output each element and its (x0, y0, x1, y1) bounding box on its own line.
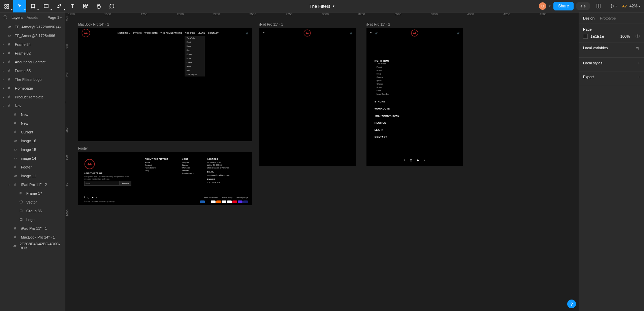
text-tool-button[interactable] (66, 0, 79, 12)
zoom-level[interactable]: 42% ▾ (630, 4, 640, 8)
frame-label[interactable]: MacBook Pro 14" - 1 (78, 23, 109, 26)
color-swatch[interactable] (583, 34, 588, 39)
mobile-menu-subitem[interactable]: Ignite (375, 79, 420, 82)
layer-row[interactable]: ▸#The Fittest Logo (0, 75, 65, 84)
mobile-menu-category[interactable]: CONTACT (375, 136, 420, 138)
mobile-menu-subitem[interactable]: Liver King Bar (375, 92, 420, 96)
layer-row[interactable]: #Frame 17 (0, 189, 65, 198)
artboard-macbook[interactable]: NUTRITIONSTACKSWORKOUTSTHE FOUNDATIONSRE… (78, 28, 252, 141)
footer-link[interactable]: Shop All (182, 161, 194, 163)
search-icon[interactable] (3, 15, 9, 20)
dropdown-item[interactable]: The Whole (185, 36, 205, 40)
mobile-menu-subitem[interactable]: Rest (375, 89, 420, 92)
dropdown-item[interactable]: Liver King Bar (185, 72, 205, 76)
layer-row[interactable]: ⊡Group 36 (0, 207, 65, 215)
help-button[interactable]: ? (567, 300, 576, 308)
dropdown-item[interactable]: Queen (185, 52, 205, 56)
layer-row[interactable]: ⊡Logo (0, 215, 65, 224)
expand-caret-icon[interactable]: ▸ (3, 78, 6, 81)
facebook-icon[interactable]: f (84, 196, 85, 198)
nav-item[interactable]: THE FOUNDATIONS (160, 32, 182, 34)
cart-icon[interactable]: 🛒 (246, 32, 249, 34)
layers-tab[interactable]: Layers (9, 15, 25, 20)
cart-icon[interactable]: 🛒 (350, 32, 353, 34)
nav-item[interactable]: STACKS (133, 32, 142, 34)
footer-link[interactable]: Contact (145, 164, 168, 166)
mobile-menu-category[interactable]: NUTRITION (375, 60, 420, 62)
footer-link[interactable]: United States of America (207, 167, 229, 169)
frame-label[interactable]: iPad Pro 11" - 2 (366, 23, 390, 26)
cart-icon[interactable]: 🛒 (457, 32, 460, 34)
dropdown-item[interactable]: King (185, 48, 205, 52)
mobile-menu-category[interactable]: WORKOUTS (375, 107, 420, 110)
nav-item[interactable]: RECIPES (185, 32, 195, 34)
dropdown-item[interactable]: Armor (185, 64, 205, 68)
dropdown-item[interactable]: Feast (185, 40, 205, 44)
missing-fonts-indicator[interactable]: A? (622, 4, 626, 8)
footer-link[interactable]: About (145, 161, 168, 163)
expand-caret-icon[interactable]: ▸ (3, 52, 6, 55)
footer-link[interactable]: Your Account (182, 172, 194, 174)
expand-caret-icon[interactable]: ▸ (3, 61, 6, 64)
move-tool-button[interactable]: ▾ (13, 0, 26, 12)
pen-tool-button[interactable]: ▾ (53, 0, 66, 12)
mobile-menu-category[interactable]: STACKS (375, 100, 420, 103)
mobile-menu-subitem[interactable]: Feast (375, 65, 420, 69)
layer-row[interactable]: ▱image 15 (0, 145, 65, 154)
document-title-area[interactable]: The Fittest ▾ (310, 4, 334, 9)
terms-link[interactable]: Terms & Conditions (204, 196, 218, 198)
nav-item[interactable]: NUTRITION (118, 32, 130, 34)
dropdown-item[interactable]: Honor (185, 44, 205, 48)
mobile-menu-category[interactable]: LEARN (375, 129, 420, 131)
email-input[interactable] (84, 181, 119, 186)
present-button[interactable]: ▾ (607, 0, 619, 12)
facebook-icon[interactable]: f (404, 159, 405, 162)
subscribe-button[interactable]: Subscribe (119, 181, 131, 186)
mobile-menu-subitem[interactable]: Charge (375, 82, 420, 86)
expand-caret-icon[interactable]: ▸ (3, 96, 6, 99)
plus-icon[interactable]: + (638, 61, 640, 65)
layer-row[interactable]: #iPad Pro 11" - 1 (0, 224, 65, 233)
settings-icon[interactable] (635, 46, 640, 51)
artboard-ipad-2[interactable]: ☰ 🛒 🛒 NUTRITIONThe WholeFeastHonorKingQu… (366, 28, 463, 166)
footer-link[interactable]: Foundations (145, 167, 168, 169)
layer-row[interactable]: ▸#Frame 84 (0, 40, 65, 49)
export-section[interactable]: Export+ (579, 71, 644, 85)
tiktok-icon[interactable]: ♪ (424, 159, 425, 162)
youtube-icon[interactable]: ▶ (92, 196, 94, 198)
tiktok-icon[interactable]: ♪ (96, 196, 97, 198)
mobile-menu-subitem[interactable]: Armor (375, 86, 420, 89)
expand-caret-icon[interactable]: ▸ (3, 69, 6, 72)
artboard-ipad-1[interactable]: ☰ 🛒 (259, 28, 356, 166)
expand-caret-icon[interactable]: ▸ (9, 183, 12, 186)
layer-row[interactable]: ▱2E2C8D43-42BC-4D6C-BDB... (0, 242, 65, 250)
expand-caret-icon[interactable]: ▸ (3, 43, 6, 46)
layer-row[interactable]: ▱TF_Armor@2-1728×896 (4) (0, 23, 65, 31)
layer-row[interactable]: #New (0, 119, 65, 128)
expand-caret-icon[interactable]: ▸ (3, 87, 6, 90)
local-variables-section[interactable]: Local variables (579, 42, 644, 58)
layer-row[interactable]: ▸#About and Contact (0, 58, 65, 66)
dev-mode-toggle[interactable] (576, 2, 590, 10)
main-menu-button[interactable]: ▾ (0, 0, 13, 12)
canvas[interactable]: 1250150017502000225025002750300032503500… (65, 12, 579, 311)
mobile-menu-category[interactable]: RECIPES (375, 122, 420, 124)
comment-tool-button[interactable] (105, 0, 118, 12)
footer-link[interactable]: Affiliates (182, 169, 194, 172)
footer-link[interactable]: Stacks (182, 164, 194, 166)
layer-row[interactable]: #MacBook Pro 14" - 1 (0, 233, 65, 242)
local-styles-section[interactable]: Local styles+ (579, 58, 644, 71)
layer-list[interactable]: ▱TF_Armor@2-1728×896 (4)▱TF_Armor@2-1728… (0, 23, 65, 311)
page-color-row[interactable]: 1E1E1E 100% (583, 34, 640, 39)
artboard-footer[interactable]: JOIN THE TRIBE Get updates from The Fitt… (78, 152, 252, 205)
youtube-icon[interactable]: ▶ (417, 159, 419, 162)
prototype-tab[interactable]: Prototype (600, 16, 616, 20)
layer-row[interactable]: ▱TF_Armor@2-1728×896 (0, 31, 65, 40)
layer-row[interactable]: ▸#iPad Pro 11" - 2 (0, 180, 65, 189)
nav-item[interactable]: WORKOUTS (144, 32, 158, 34)
layer-row[interactable]: ▱image 14 (0, 154, 65, 163)
footer-link[interactable]: Willis, TX 77318 (207, 164, 229, 166)
hand-tool-button[interactable] (92, 0, 105, 12)
frame-tool-button[interactable]: ▾ (26, 0, 39, 12)
library-button[interactable] (592, 0, 605, 12)
